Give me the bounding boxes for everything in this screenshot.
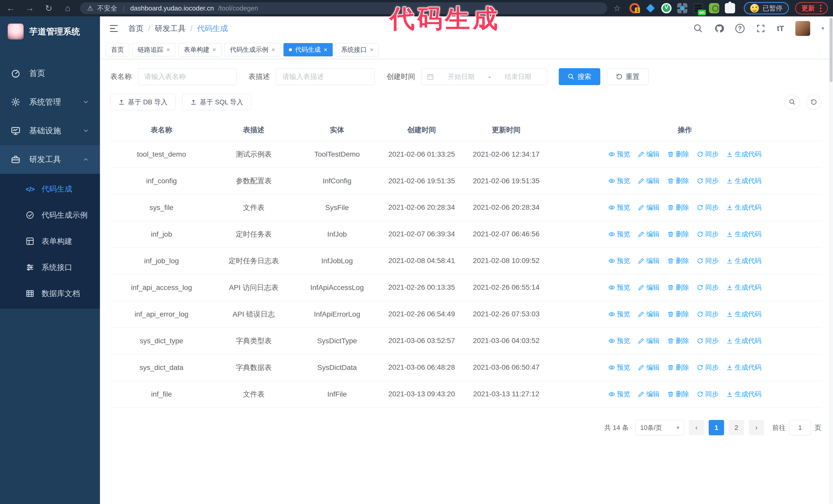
action-edit-link[interactable]: 编辑 xyxy=(638,310,660,319)
date-end-placeholder[interactable]: 结束日期 xyxy=(494,72,542,81)
import-sql-button[interactable]: 基于 SQL 导入 xyxy=(182,94,252,110)
sidebar-subitem-5[interactable]: 数据库文档 xyxy=(0,281,100,307)
breadcrumb-dev-tools[interactable]: 研发工具 xyxy=(155,23,186,34)
action-eye-link[interactable]: 预览 xyxy=(609,150,630,159)
action-edit-link[interactable]: 编辑 xyxy=(638,176,660,185)
action-eye-link[interactable]: 预览 xyxy=(609,336,630,345)
extension-icon-grid[interactable] xyxy=(677,3,687,13)
action-sync-link[interactable]: 同步 xyxy=(697,310,719,319)
action-edit-link[interactable]: 编辑 xyxy=(638,203,660,212)
sidebar-subitem-3[interactable]: 表单构建 xyxy=(0,228,100,254)
action-trash-link[interactable]: 删除 xyxy=(667,150,689,159)
action-download-link[interactable]: 生成代码 xyxy=(727,203,761,212)
search-button[interactable]: 搜索 xyxy=(559,68,600,85)
action-download-link[interactable]: 生成代码 xyxy=(727,256,761,265)
github-icon[interactable] xyxy=(714,24,724,33)
paused-extension-pill[interactable]: 已暂停 xyxy=(744,2,789,14)
action-sync-link[interactable]: 同步 xyxy=(697,390,719,399)
action-sync-link[interactable]: 同步 xyxy=(697,336,719,345)
extension-icon-blue[interactable] xyxy=(645,3,656,13)
page-button-1[interactable]: 1 xyxy=(709,420,724,435)
forward-icon[interactable]: → xyxy=(24,3,35,13)
toggle-search-button[interactable] xyxy=(785,95,800,110)
action-trash-link[interactable]: 删除 xyxy=(667,310,689,319)
tag-close-icon[interactable]: × xyxy=(370,47,374,53)
action-download-link[interactable]: 生成代码 xyxy=(727,150,761,159)
prev-page-button[interactable]: ‹ xyxy=(689,420,704,435)
sidebar-item-4[interactable]: 研发工具 xyxy=(0,145,100,174)
action-eye-link[interactable]: 预览 xyxy=(609,256,630,265)
action-edit-link[interactable]: 编辑 xyxy=(638,150,660,159)
tag-6[interactable]: 系统接口× xyxy=(336,43,379,56)
breadcrumb-home[interactable]: 首页 xyxy=(128,23,144,34)
action-trash-link[interactable]: 删除 xyxy=(667,336,689,345)
action-download-link[interactable]: 生成代码 xyxy=(727,390,761,399)
action-eye-link[interactable]: 预览 xyxy=(609,283,630,292)
user-avatar[interactable] xyxy=(795,21,810,36)
tag-close-icon[interactable]: × xyxy=(271,47,275,53)
browser-menu-kebab-icon[interactable] xyxy=(820,5,822,12)
reload-icon[interactable]: ↻ xyxy=(43,3,54,13)
action-eye-link[interactable]: 预览 xyxy=(609,203,630,212)
tag-close-icon[interactable]: × xyxy=(324,47,327,53)
bookmark-star-icon[interactable]: ☆ xyxy=(613,3,621,13)
sidebar-subitem-1[interactable]: </>代码生成 xyxy=(0,176,100,202)
goto-page-input[interactable] xyxy=(789,420,811,435)
back-icon[interactable]: ← xyxy=(5,3,17,13)
action-download-link[interactable]: 生成代码 xyxy=(727,336,761,345)
tag-close-icon[interactable]: × xyxy=(166,47,170,53)
sidebar-item-2[interactable]: 系统管理 xyxy=(0,88,100,116)
sidebar-item-1[interactable]: 首页 xyxy=(0,59,100,88)
table-name-input[interactable] xyxy=(138,68,237,85)
page-button-2[interactable]: 2 xyxy=(729,420,744,435)
action-trash-link[interactable]: 删除 xyxy=(667,283,689,292)
scrollbar-thumb[interactable] xyxy=(830,18,832,82)
action-trash-link[interactable]: 删除 xyxy=(667,363,689,372)
action-download-link[interactable]: 生成代码 xyxy=(727,310,761,319)
action-edit-link[interactable]: 编辑 xyxy=(638,336,660,345)
home-icon[interactable]: ⌂ xyxy=(62,3,73,13)
action-trash-link[interactable]: 删除 xyxy=(667,256,689,265)
help-icon[interactable]: ? xyxy=(735,24,744,33)
action-eye-link[interactable]: 预览 xyxy=(609,230,630,239)
date-range-picker[interactable]: 开始日期 - 结束日期 xyxy=(421,68,547,85)
action-sync-link[interactable]: 同步 xyxy=(697,283,719,292)
action-sync-link[interactable]: 同步 xyxy=(697,150,719,159)
action-download-link[interactable]: 生成代码 xyxy=(727,230,761,239)
action-eye-link[interactable]: 预览 xyxy=(609,176,630,185)
tag-1[interactable]: 首页 xyxy=(105,43,129,56)
chrome-update-button[interactable]: 更新 xyxy=(795,2,828,14)
window-scrollbar[interactable] xyxy=(829,17,833,504)
action-sync-link[interactable]: 同步 xyxy=(697,203,719,212)
action-sync-link[interactable]: 同步 xyxy=(697,176,719,185)
address-bar[interactable]: ⚠ 不安全 | dashboard.yudao.iocoder.cn/tool/… xyxy=(80,2,607,14)
action-sync-link[interactable]: 同步 xyxy=(697,230,719,239)
page-size-select[interactable]: 10条/页 ▾ xyxy=(635,420,684,435)
font-size-icon[interactable]: tT xyxy=(777,24,784,33)
sidebar-item-3[interactable]: 基础设施 xyxy=(0,116,100,145)
extension-icon-dark[interactable]: on xyxy=(693,3,703,13)
next-page-button[interactable]: › xyxy=(749,420,764,435)
tag-4[interactable]: 代码生成示例× xyxy=(224,43,280,56)
app-logo-row[interactable]: 芋道管理系统 xyxy=(0,17,100,47)
search-icon[interactable] xyxy=(693,24,703,33)
action-eye-link[interactable]: 预览 xyxy=(609,390,630,399)
action-eye-link[interactable]: 预览 xyxy=(609,363,630,372)
tag-close-icon[interactable]: × xyxy=(213,47,216,53)
collapse-sidebar-icon[interactable] xyxy=(109,23,119,33)
action-edit-link[interactable]: 编辑 xyxy=(638,390,660,399)
sidebar-subitem-2[interactable]: 代码生成示例 xyxy=(0,202,100,228)
fullscreen-icon[interactable] xyxy=(756,24,766,33)
import-db-button[interactable]: 基于 DB 导入 xyxy=(110,94,175,110)
tag-5[interactable]: 代码生成× xyxy=(284,43,333,56)
extension-icon-orange[interactable]: 1 xyxy=(629,3,640,13)
action-edit-link[interactable]: 编辑 xyxy=(638,363,660,372)
action-edit-link[interactable]: 编辑 xyxy=(638,230,660,239)
action-trash-link[interactable]: 删除 xyxy=(667,203,689,212)
date-start-placeholder[interactable]: 开始日期 xyxy=(437,72,485,81)
action-edit-link[interactable]: 编辑 xyxy=(638,283,660,292)
extension-icon-green-circle[interactable] xyxy=(661,3,671,13)
refresh-table-button[interactable] xyxy=(806,95,821,110)
tag-3[interactable]: 表单构建× xyxy=(178,43,221,56)
tag-2[interactable]: 链路追踪× xyxy=(132,43,175,56)
